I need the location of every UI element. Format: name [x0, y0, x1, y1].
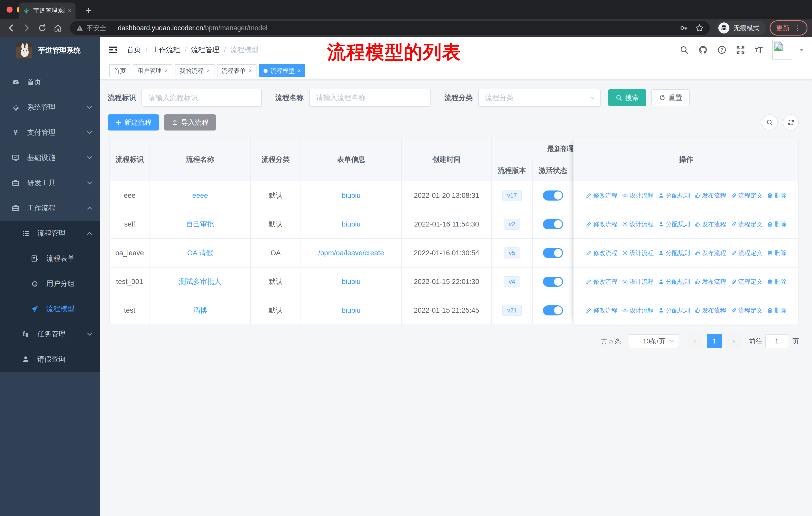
home-icon[interactable] [51, 21, 64, 34]
version-badge[interactable]: v4 [504, 276, 520, 287]
forward-icon[interactable] [20, 21, 33, 34]
sidebar-item-infra[interactable]: 基础设施 [0, 145, 100, 170]
sidebar-item-system[interactable]: 系统管理 [0, 95, 100, 120]
form-info-link[interactable]: biubiu [342, 278, 361, 286]
tag-close-icon[interactable]: × [298, 67, 301, 74]
modify-process-link[interactable]: 修改流程 [586, 249, 617, 257]
delete-link[interactable]: 删除 [767, 249, 787, 257]
active-toggle[interactable] [543, 248, 563, 258]
form-info-link[interactable]: biubiu [342, 306, 361, 315]
goto-page-input[interactable] [765, 334, 788, 348]
new-tab-button[interactable]: + [82, 3, 96, 18]
back-icon[interactable] [4, 21, 18, 34]
process-definition-link[interactable]: 流程定义 [731, 191, 762, 199]
design-process-link[interactable]: 设计流程 [622, 306, 654, 315]
breadcrumb-workflow[interactable]: 工作流程 [152, 45, 180, 55]
assign-rule-link[interactable]: 分配规则 [658, 278, 690, 286]
process-definition-link[interactable]: 流程定义 [731, 249, 762, 257]
filter-category-input[interactable] [478, 89, 601, 107]
assign-rule-link[interactable]: 分配规则 [658, 249, 690, 257]
sidebar-item-process-mgmt[interactable]: 流程管理 [0, 221, 100, 246]
delete-link[interactable]: 删除 [767, 306, 787, 315]
key-icon[interactable] [679, 24, 688, 32]
security-warning[interactable]: 不安全 [76, 24, 106, 32]
sidebar-item-process-form[interactable]: 流程表单 [0, 246, 100, 271]
prev-page-button[interactable]: ‹ [688, 334, 702, 348]
tag-my-process[interactable]: 我的流程× [175, 64, 214, 77]
publish-process-link[interactable]: 发布流程 [694, 306, 726, 315]
filter-name-input[interactable] [309, 89, 431, 107]
version-badge[interactable]: v2 [504, 219, 520, 230]
process-definition-link[interactable]: 流程定义 [731, 306, 762, 315]
process-name-link[interactable]: eeee [192, 191, 208, 199]
tab-close-icon[interactable]: × [68, 7, 71, 14]
fullscreen-icon[interactable] [736, 45, 745, 54]
toggle-search-button[interactable] [762, 114, 778, 131]
tag-close-icon[interactable]: × [165, 67, 168, 74]
user-avatar[interactable] [772, 40, 792, 60]
url-text[interactable]: dashboard.yudao.iocoder.cn/bpm/manager/m… [118, 24, 672, 32]
import-process-button[interactable]: 导入流程 [164, 114, 216, 131]
filter-category-select[interactable] [478, 89, 601, 107]
help-icon[interactable]: ? [717, 45, 726, 54]
delete-link[interactable]: 删除 [767, 278, 787, 286]
tag-close-icon[interactable]: × [249, 67, 252, 74]
form-info-link[interactable]: biubiu [342, 220, 361, 228]
current-page-button[interactable]: 1 [707, 334, 722, 348]
modify-process-link[interactable]: 修改流程 [586, 220, 617, 228]
version-badge[interactable]: v17 [502, 190, 522, 201]
version-badge[interactable]: v5 [504, 247, 520, 259]
font-size-icon[interactable]: TT [755, 45, 763, 55]
form-info-link[interactable]: /bpm/oa/leave/create [318, 249, 384, 257]
process-definition-link[interactable]: 流程定义 [731, 278, 762, 286]
delete-link[interactable]: 删除 [767, 220, 787, 228]
design-process-link[interactable]: 设计流程 [622, 278, 654, 286]
sidebar-item-home[interactable]: 首页 [0, 70, 100, 95]
close-window-button[interactable] [6, 6, 12, 12]
browser-update-button[interactable]: 更新 ⋮ [770, 20, 808, 35]
assign-rule-link[interactable]: 分配规则 [658, 191, 690, 199]
process-name-link[interactable]: 测试多审批人 [179, 277, 221, 287]
active-toggle[interactable] [543, 190, 563, 200]
github-icon[interactable] [698, 45, 708, 55]
reload-icon[interactable] [36, 21, 49, 34]
sidebar-item-leave-query[interactable]: 请假查询 [0, 347, 100, 372]
tag-tenant[interactable]: 租户管理× [133, 64, 172, 77]
version-badge[interactable]: v21 [502, 305, 522, 316]
sidebar-item-payment[interactable]: ¥ 支付管理 [0, 120, 100, 145]
tag-home[interactable]: 首页 [109, 64, 130, 77]
avatar-caret-icon[interactable] [799, 47, 805, 53]
reset-button[interactable]: 重置 [651, 89, 690, 106]
next-page-button[interactable]: › [727, 334, 741, 348]
publish-process-link[interactable]: 发布流程 [694, 191, 726, 199]
process-name-link[interactable]: 滔博 [193, 306, 207, 315]
browser-tab[interactable]: 芋道管理系统 × [19, 2, 76, 19]
sidebar-item-workflow[interactable]: 工作流程 [0, 195, 100, 221]
refresh-table-button[interactable] [783, 114, 799, 131]
active-toggle[interactable] [543, 305, 563, 316]
process-definition-link[interactable]: 流程定义 [731, 220, 762, 228]
delete-link[interactable]: 删除 [767, 191, 787, 199]
publish-process-link[interactable]: 发布流程 [694, 249, 726, 257]
publish-process-link[interactable]: 发布流程 [694, 220, 726, 228]
search-icon[interactable] [679, 45, 689, 54]
publish-process-link[interactable]: 发布流程 [694, 278, 726, 286]
sidebar-item-process-model[interactable]: 流程模型 [0, 296, 100, 322]
design-process-link[interactable]: 设计流程 [622, 220, 654, 228]
breadcrumb-process-mgmt[interactable]: 流程管理 [191, 45, 220, 55]
page-size-select[interactable]: 10条/页 [629, 334, 679, 348]
modify-process-link[interactable]: 修改流程 [586, 306, 617, 315]
tag-process-model[interactable]: 流程模型× [259, 64, 306, 77]
breadcrumb-home[interactable]: 首页 [127, 45, 141, 55]
process-name-link[interactable]: OA 请假 [187, 248, 213, 258]
bookmark-star-icon[interactable] [695, 24, 704, 32]
assign-rule-link[interactable]: 分配规则 [658, 220, 690, 228]
sidebar-item-task-mgmt[interactable]: 任务管理 [0, 322, 100, 347]
assign-rule-link[interactable]: 分配规则 [658, 306, 690, 315]
form-info-link[interactable]: biubiu [342, 191, 361, 199]
collapse-sidebar-icon[interactable] [108, 44, 119, 55]
active-toggle[interactable] [543, 219, 563, 229]
tag-close-icon[interactable]: × [207, 67, 210, 74]
address-bar[interactable]: 不安全 dashboard.yudao.iocoder.cn/bpm/manag… [70, 21, 710, 35]
active-toggle[interactable] [543, 277, 563, 287]
